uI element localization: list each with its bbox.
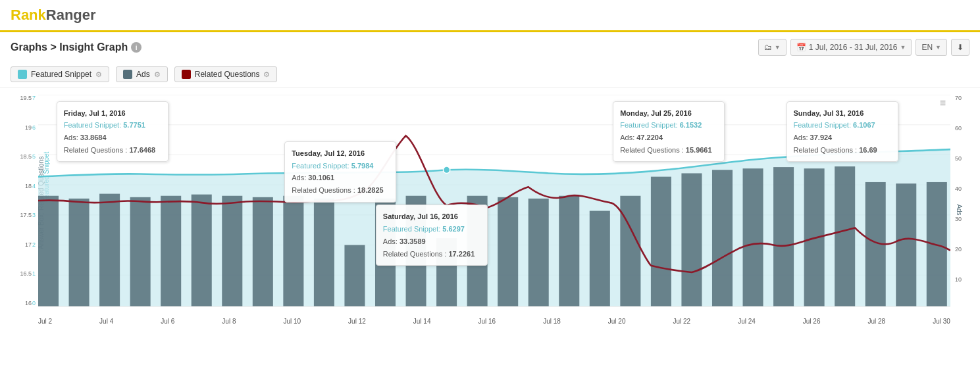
tooltip-jul12: Tuesday, Jul 12, 2016 Featured Snippet: … xyxy=(284,141,396,203)
x-label-10: Jul 22 xyxy=(673,318,690,325)
featured-label: Featured Snippet xyxy=(31,70,91,79)
related-label: Related Questions xyxy=(195,70,260,79)
tooltip5-featured: Featured Snippet: 6.1067 xyxy=(794,119,891,132)
tooltip-jul25: Monday, Jul 25, 2016 Featured Snippet: 6… xyxy=(613,101,725,162)
download-button[interactable]: ⬇ xyxy=(951,39,969,56)
svg-rect-27 xyxy=(590,211,610,306)
svg-rect-30 xyxy=(681,173,702,306)
x-label-8: Jul 18 xyxy=(543,318,561,325)
svg-rect-13 xyxy=(161,196,181,306)
svg-rect-10 xyxy=(69,199,90,306)
x-label-12: Jul 26 xyxy=(803,318,821,325)
breadcrumb: Graphs > Insight Graph i xyxy=(11,41,142,53)
related-gear-icon[interactable]: ⚙ xyxy=(263,70,270,79)
chart-svg-container: Jul 2 Jul 4 Jul 6 Jul 8 Jul 10 Jul 12 Ju… xyxy=(38,95,950,306)
date-range-button[interactable]: 📅 1 Jul, 2016 - 31 Jul, 2016 ▼ xyxy=(790,39,912,56)
svg-rect-14 xyxy=(192,195,212,306)
x-label-5: Jul 12 xyxy=(348,318,366,325)
tooltip-jul1: Friday, Jul 1, 2016 Featured Snippet: 5.… xyxy=(57,101,168,162)
tooltip1-related: Related Questions : 17.6468 xyxy=(64,144,161,157)
header-controls: 🗂 ▼ 📅 1 Jul, 2016 - 31 Jul, 2016 ▼ EN ▼ … xyxy=(758,39,969,56)
legend-related-questions[interactable]: Related Questions ⚙ xyxy=(174,66,278,82)
svg-rect-9 xyxy=(38,196,59,306)
logo-ranger: Ranger xyxy=(46,7,96,23)
featured-gear-icon[interactable]: ⚙ xyxy=(95,70,102,79)
svg-rect-24 xyxy=(498,197,518,306)
svg-rect-29 xyxy=(651,177,671,306)
tick-feat-1: 6 xyxy=(32,124,36,131)
svg-rect-25 xyxy=(529,199,549,306)
tick-feat-2: 5 xyxy=(32,153,36,160)
tick-feat-5: 2 xyxy=(32,241,36,248)
date-chevron: ▼ xyxy=(900,44,906,51)
language-button[interactable]: EN ▼ xyxy=(916,39,947,56)
calendar-icon: 📅 xyxy=(796,43,806,52)
tick-feat-7: 0 xyxy=(32,300,36,306)
chart-area: Answer Box: Related Questions Featured S… xyxy=(0,88,980,331)
tick-feat-6: 1 xyxy=(32,270,36,277)
tooltip4-related: Related Questions : 15.9661 xyxy=(620,144,717,157)
related-color xyxy=(182,70,191,79)
tooltip2-date: Tuesday, Jul 12, 2016 xyxy=(292,147,389,160)
tooltip4-date: Monday, Jul 25, 2016 xyxy=(620,107,717,120)
svg-rect-12 xyxy=(130,197,151,306)
tick-feat-3: 4 xyxy=(32,183,36,189)
svg-rect-19 xyxy=(344,245,365,306)
tooltip2-featured: Featured Snippet: 5.7984 xyxy=(292,160,389,172)
tooltip4-featured: Featured Snippet: 6.1532 xyxy=(620,119,717,132)
logo: RankRanger xyxy=(11,7,969,24)
ads-label: Ads xyxy=(136,70,150,79)
legend-row: Featured Snippet ⚙ Ads ⚙ Related Questio… xyxy=(0,61,980,88)
legend-featured-snippet[interactable]: Featured Snippet ⚙ xyxy=(11,66,109,82)
svg-rect-15 xyxy=(222,196,242,306)
tooltip5-related: Related Questions : 16.69 xyxy=(794,144,891,157)
download-icon: ⬇ xyxy=(957,43,964,52)
ads-color xyxy=(123,70,132,79)
cube-chevron: ▼ xyxy=(775,44,781,51)
tooltip-jul16: Saturday, Jul 16, 2016 Featured Snippet:… xyxy=(376,205,488,266)
y-axis-right-label: Ads xyxy=(956,190,963,230)
tick-right-1: 60 xyxy=(955,125,962,132)
tick-right-2: 50 xyxy=(955,155,962,162)
featured-color xyxy=(18,70,27,79)
tooltip1-date: Friday, Jul 1, 2016 xyxy=(64,107,161,120)
tick-right-0: 70 xyxy=(955,95,962,101)
x-label-1: Jul 4 xyxy=(99,318,113,325)
svg-rect-16 xyxy=(253,197,273,306)
x-label-3: Jul 8 xyxy=(222,318,236,325)
svg-rect-31 xyxy=(712,170,733,306)
svg-rect-17 xyxy=(283,196,303,306)
svg-rect-18 xyxy=(314,199,334,306)
tooltip4-ads: Ads: 47.2204 xyxy=(620,132,717,144)
svg-rect-33 xyxy=(773,167,794,306)
tick-feat-4: 3 xyxy=(32,212,36,218)
info-icon[interactable]: i xyxy=(131,42,142,53)
x-label-2: Jul 6 xyxy=(161,318,174,325)
svg-rect-32 xyxy=(743,168,763,306)
ads-gear-icon[interactable]: ⚙ xyxy=(154,70,161,79)
tick-feat-0: 7 xyxy=(32,95,36,101)
breadcrumb-row: Graphs > Insight Graph i 🗂 ▼ 📅 1 Jul, 20… xyxy=(0,32,980,61)
legend-ads[interactable]: Ads ⚙ xyxy=(116,66,168,82)
cube-icon: 🗂 xyxy=(764,43,772,52)
svg-rect-26 xyxy=(559,196,579,306)
x-label-9: Jul 20 xyxy=(608,318,626,325)
cube-button[interactable]: 🗂 ▼ xyxy=(758,39,787,56)
svg-rect-35 xyxy=(835,166,855,306)
header: RankRanger xyxy=(0,0,980,32)
tooltip3-related: Related Questions : 17.2261 xyxy=(383,248,480,260)
x-label-7: Jul 16 xyxy=(478,318,496,325)
x-label-4: Jul 10 xyxy=(283,318,301,325)
x-label-11: Jul 24 xyxy=(738,318,756,325)
tooltip3-date: Saturday, Jul 16, 2016 xyxy=(383,210,480,223)
x-label-14: Jul 30 xyxy=(933,318,950,325)
x-label-0: Jul 2 xyxy=(38,318,52,325)
logo-rank: Rank xyxy=(11,7,46,23)
tooltip3-ads: Ads: 33.3589 xyxy=(383,235,480,248)
svg-rect-28 xyxy=(620,196,640,306)
x-label-6: Jul 14 xyxy=(413,318,431,325)
breadcrumb-text: Graphs > Insight Graph xyxy=(11,41,128,53)
date-range-label: 1 Jul, 2016 - 31 Jul, 2016 xyxy=(809,43,898,52)
svg-point-39 xyxy=(443,166,450,173)
tooltip1-featured: Featured Snippet: 5.7751 xyxy=(64,119,161,132)
